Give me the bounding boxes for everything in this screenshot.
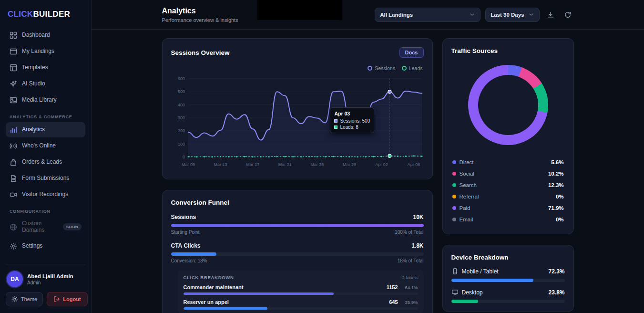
header-controls: All Landings Last 30 Days <box>375 8 573 22</box>
traffic-source-pct: 0% <box>556 194 564 199</box>
refresh-button[interactable] <box>562 9 574 21</box>
landing-filter-select[interactable]: All Landings <box>375 8 480 22</box>
sessions-chart-area[interactable]: 0100200300400500600Mar 09Mar 13Mar 17Mar… <box>171 72 424 170</box>
sessions-swatch-icon <box>334 119 337 123</box>
date-range-select[interactable]: Last 30 Days <box>485 8 539 22</box>
funnel-left-note: Conversion: 18% <box>171 258 207 263</box>
traffic-source-label: Paid <box>460 205 545 211</box>
sidebar: CLICKBUILDER Dashboard My Landings Templ… <box>0 0 92 313</box>
desktop-monitor-icon <box>451 289 459 296</box>
sidebar-item-custom-domains: Custom Domains SOON <box>6 217 85 238</box>
device-row-mobile: Mobile / Tablet 72.3% <box>451 268 565 282</box>
sidebar-item-label: Custom Domains <box>22 220 50 234</box>
tooltip-date: Apr 03 <box>334 111 370 116</box>
bar-chart-icon <box>10 126 17 134</box>
logout-button-label: Logout <box>63 296 81 302</box>
sidebar-item-label: Orders & Leads <box>22 159 62 166</box>
traffic-legend-row-paid[interactable]: Paid 71.9% <box>451 202 565 214</box>
page-heading: Analytics Performance overview & insight… <box>162 7 238 23</box>
breakdown-label: Commander maintenant <box>184 284 387 290</box>
traffic-donut-chart <box>468 65 548 145</box>
download-button[interactable] <box>544 9 557 21</box>
dashboard-icon <box>10 31 17 39</box>
funnel-step-label: CTA Clicks <box>171 242 201 249</box>
section-label-analytics-commerce: ANALYTICS & COMMERCE <box>10 115 82 119</box>
sidebar-item-templates[interactable]: Templates <box>6 60 85 75</box>
sidebar-item-analytics[interactable]: Analytics <box>6 122 85 137</box>
click-breakdown-count: 2 labels <box>402 275 418 280</box>
funnel-right-note: 18% of Total <box>398 258 424 263</box>
traffic-source-label: Social <box>460 171 545 177</box>
sidebar-item-visitor-recordings[interactable]: Visitor Recordings <box>6 187 85 202</box>
sidebar-item-settings[interactable]: Settings <box>6 239 85 254</box>
legend-item-sessions[interactable]: Sessions <box>368 65 395 71</box>
chart-legend: Sessions Leads <box>172 65 423 71</box>
chevron-down-icon <box>528 11 534 18</box>
sidebar-item-dashboard[interactable]: Dashboard <box>6 28 85 43</box>
device-pct: 72.3% <box>548 268 564 275</box>
sidebar-item-orders-leads[interactable]: Orders & Leads <box>6 155 85 170</box>
traffic-source-label: Search <box>460 182 545 188</box>
traffic-source-label: Email <box>460 217 552 222</box>
breakdown-row: Reserver un appel 645 35.9% <box>184 299 418 310</box>
breakdown-value: 645 <box>389 299 398 305</box>
sessions-legend-ring-icon <box>368 66 372 71</box>
funnel-step-sessions: Sessions 10K Starting Point 100% of Tota… <box>171 214 424 235</box>
svg-text:0: 0 <box>182 155 184 159</box>
legend-item-leads[interactable]: Leads <box>402 65 423 71</box>
sidebar-item-whos-online[interactable]: Who's Online <box>6 138 85 154</box>
sidebar-item-my-landings[interactable]: My Landings <box>6 44 85 59</box>
traffic-source-pct: 5.6% <box>551 159 563 165</box>
traffic-legend-row-social[interactable]: Social 10.2% <box>451 168 565 179</box>
traffic-legend-row-referral[interactable]: Referral 0% <box>451 191 565 202</box>
funnel-bar-fill <box>171 252 216 256</box>
funnel-right-note: 100% of Total <box>395 230 423 235</box>
mobile-phone-icon <box>451 268 459 275</box>
sessions-line-chart: 0100200300400500600Mar 09Mar 13Mar 17Mar… <box>171 72 425 170</box>
sidebar-item-label: Form Submissions <box>22 175 69 182</box>
traffic-card-title: Traffic Sources <box>451 47 565 54</box>
device-label: Desktop <box>462 289 545 296</box>
legend-label: Sessions <box>375 65 395 71</box>
video-camera-icon <box>10 191 17 198</box>
traffic-legend-row-email[interactable]: Email 0% <box>451 214 565 225</box>
sidebar-item-ai-studio[interactable]: AI Studio <box>6 76 85 92</box>
sidebar-item-form-submissions[interactable]: Form Submissions <box>6 171 85 186</box>
traffic-legend-row-direct[interactable]: Direct 5.6% <box>451 156 565 168</box>
brand-part-2: BUILDER <box>33 10 70 19</box>
brand-logo[interactable]: CLICKBUILDER <box>6 7 85 28</box>
paid-dot-icon <box>452 206 456 210</box>
user-name: Abed Ljalil Admin <box>27 273 73 280</box>
svg-text:600: 600 <box>177 76 184 81</box>
sidebar-item-label: Templates <box>22 64 48 71</box>
svg-text:500: 500 <box>177 89 184 94</box>
tooltip-sessions-row: Sessions: 500 <box>334 118 370 124</box>
sidebar-item-label: Settings <box>22 243 42 250</box>
device-pct: 23.8% <box>548 289 564 296</box>
shopping-bag-icon <box>10 158 17 166</box>
docs-button[interactable]: Docs <box>399 47 424 58</box>
direct-dot-icon <box>452 160 456 164</box>
click-breakdown-title: CLICK BREAKDOWN <box>184 275 234 280</box>
logout-icon <box>53 296 60 303</box>
breakdown-label: Reserver un appel <box>184 299 389 305</box>
search-dot-icon <box>452 183 456 187</box>
broadcast-icon <box>10 142 17 150</box>
document-icon <box>10 175 17 182</box>
sidebar-item-label: Visitor Recordings <box>22 191 68 198</box>
page-title: Analytics <box>162 7 238 15</box>
user-profile[interactable]: DA Abed Ljalil Admin Admin <box>6 270 85 292</box>
globe-icon <box>10 223 17 231</box>
svg-text:Apr 06: Apr 06 <box>407 162 420 167</box>
breakdown-bar-fill <box>184 307 268 310</box>
traffic-legend-row-search[interactable]: Search 12.3% <box>451 179 565 191</box>
logout-button[interactable]: Logout <box>47 292 87 306</box>
theme-toggle-button[interactable]: Theme <box>6 292 43 306</box>
content-scroll-area[interactable]: Sessions Overview Docs Sessions Leads <box>92 30 644 313</box>
svg-text:100: 100 <box>177 142 184 146</box>
sidebar-item-media-library[interactable]: Media Library <box>6 93 85 108</box>
breakdown-bar-track <box>184 292 418 295</box>
sidebar-item-label: Who's Online <box>22 143 56 149</box>
landing-filter-value: All Landings <box>380 12 413 18</box>
funnel-step-value: 1.8K <box>411 242 423 249</box>
